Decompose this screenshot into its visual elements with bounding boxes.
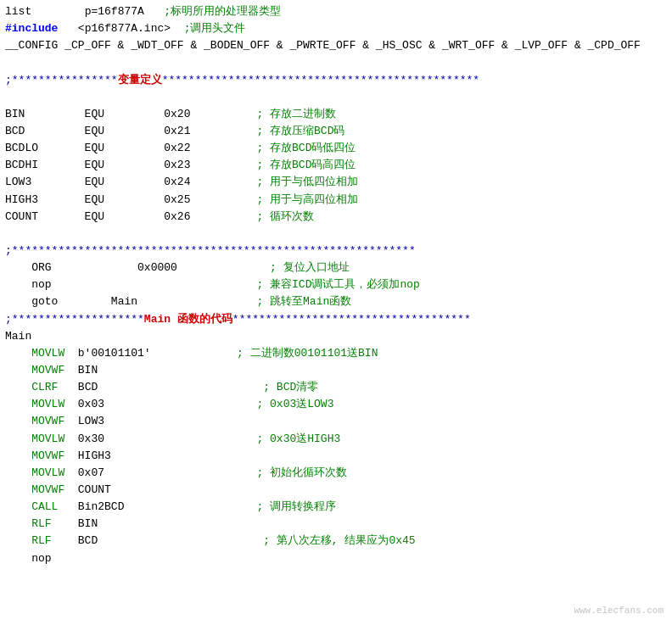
code-line: MOVLW b'00101101' ; 二进制数00101101送BIN — [5, 345, 667, 362]
code-line: MOVWF LOW3 — [5, 413, 667, 430]
code-line: MOVWF COUNT — [5, 482, 667, 499]
code-line: MOVLW 0x07 ; 初始化循环次数 — [5, 465, 667, 482]
code-line: BIN EQU 0x20 ; 存放二进制数 — [5, 106, 667, 123]
code-line: MOVLW 0x30 ; 0x30送HIGH3 — [5, 431, 667, 448]
code-line: ORG 0x0000 ; 复位入口地址 — [5, 259, 667, 276]
code-line: HIGH3 EQU 0x25 ; 用于与高四位相加 — [5, 192, 667, 209]
code-line: Main — [5, 328, 667, 345]
code-line: MOVWF BIN — [5, 362, 667, 379]
code-line: BCDHI EQU 0x23 ; 存放BCD码高四位 — [5, 157, 667, 174]
code-line: goto Main ; 跳转至Main函数 — [5, 293, 667, 310]
code-line: RLF BIN — [5, 516, 667, 533]
code-area: list p=16f877A ;标明所用的处理器类型#include <p16f… — [0, 0, 672, 571]
code-line: nop — [5, 550, 667, 567]
code-line: ;****************变量定义*******************… — [5, 72, 667, 89]
code-line: CLRF BCD ; BCD清零 — [5, 379, 667, 396]
watermark: www.elecfans.com — [574, 604, 664, 618]
code-line: COUNT EQU 0x26 ; 循环次数 — [5, 209, 667, 226]
code-line: __CONFIG _CP_OFF & _WDT_OFF & _BODEN_OFF… — [5, 37, 667, 54]
code-line — [5, 89, 667, 106]
code-line: BCD EQU 0x21 ; 存放压缩BCD码 — [5, 123, 667, 140]
code-line: BCDLO EQU 0x22 ; 存放BCD码低四位 — [5, 140, 667, 157]
code-line: MOVWF HIGH3 — [5, 448, 667, 465]
code-line: nop ; 兼容ICD调试工具，必须加nop — [5, 276, 667, 293]
code-line: ;***************************************… — [5, 243, 667, 259]
code-line — [5, 54, 667, 71]
code-line: ;********************Main 函数的代码*********… — [5, 311, 667, 328]
code-line: RLF BCD ; 第八次左移, 结果应为0x45 — [5, 533, 667, 550]
code-line: #include <p16f877A.inc> ;调用头文件 — [5, 20, 667, 37]
code-line — [5, 226, 667, 243]
code-line: CALL Bin2BCD ; 调用转换程序 — [5, 499, 667, 516]
code-line: LOW3 EQU 0x24 ; 用于与低四位相加 — [5, 174, 667, 191]
code-line: list p=16f877A ;标明所用的处理器类型 — [5, 3, 667, 20]
code-line: MOVLW 0x03 ; 0x03送LOW3 — [5, 396, 667, 413]
